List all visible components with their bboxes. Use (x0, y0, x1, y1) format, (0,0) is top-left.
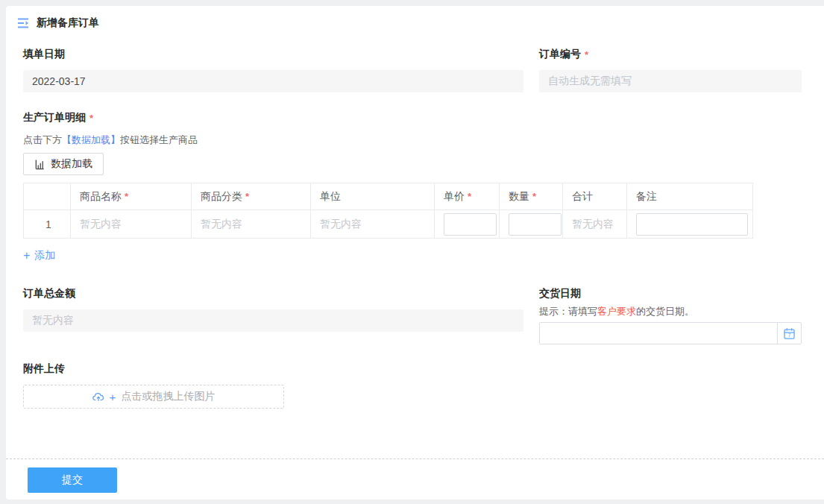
svg-text:7: 7 (788, 333, 791, 338)
data-load-hint-link[interactable]: 【数据加载】 (62, 134, 120, 145)
remark-input[interactable] (636, 213, 748, 236)
cell-category[interactable]: 暂无内容 (192, 210, 311, 239)
cell-total: 暂无内容 (563, 210, 627, 239)
col-index (24, 183, 71, 210)
delivery-date-field: 7 (539, 322, 802, 344)
order-no-field: 自动生成无需填写 (539, 70, 802, 92)
col-category: 商品分类* (192, 183, 311, 210)
plus-icon: + (110, 391, 116, 403)
order-no-label: 订单编号* (539, 48, 802, 61)
bar-chart-icon (34, 159, 45, 170)
row-date-orderno: 填单日期 2022-03-17 订单编号* 自动生成无需填写 (23, 48, 802, 92)
fill-date-label: 填单日期 (23, 48, 523, 61)
col-price: 单价* (435, 183, 500, 210)
cloud-upload-icon (92, 391, 104, 403)
footer-divider (6, 459, 824, 459)
upload-dropzone[interactable]: + 点击或拖拽上传图片 (23, 385, 284, 409)
col-qty: 数量* (500, 183, 563, 210)
delivery-label: 交货日期 (539, 287, 802, 300)
cell-remark (627, 210, 753, 239)
col-total: 合计 (563, 183, 627, 210)
detail-table: 商品名称* 商品分类* 单位 单价* 数量* 合计 备注 1 暂无内容 暂无内容 (23, 183, 753, 239)
calendar-button[interactable]: 7 (777, 323, 801, 344)
col-name: 商品名称* (71, 183, 192, 210)
qty-input[interactable] (509, 213, 562, 236)
delivery-hint-emphasis: 客户要求 (597, 306, 636, 317)
detail-label: 生产订单明细* (23, 111, 802, 125)
form-card: 新增备库订单 填单日期 2022-03-17 订单编号* 自动生成无需填写 生产… (6, 6, 824, 500)
total-field: 暂无内容 (23, 309, 523, 332)
fill-date-field: 2022-03-17 (23, 70, 523, 92)
upload-section: 附件上传 + 点击或拖拽上传图片 (23, 362, 802, 409)
page-header: 新增备库订单 (6, 6, 824, 30)
cell-price (435, 210, 500, 239)
cell-name[interactable]: 暂无内容 (71, 210, 192, 239)
plus-icon: + (23, 249, 30, 262)
cell-unit: 暂无内容 (311, 210, 435, 239)
delivery-hint: 提示：请填写客户要求的交货日期。 (539, 305, 802, 318)
total-label: 订单总金额 (23, 287, 523, 300)
upload-text: 点击或拖拽上传图片 (121, 390, 215, 403)
required-mark: * (89, 113, 93, 124)
menu-unfold-icon (16, 16, 30, 30)
col-remark: 备注 (627, 183, 753, 210)
row-index: 1 (24, 210, 71, 239)
calendar-icon: 7 (783, 327, 796, 340)
upload-label: 附件上传 (23, 362, 802, 376)
detail-hint: 点击下方【数据加载】按钮选择生产商品 (23, 133, 802, 147)
page-title: 新增备库订单 (37, 16, 99, 30)
table-header-row: 商品名称* 商品分类* 单位 单价* 数量* 合计 备注 (24, 183, 753, 210)
detail-section: 生产订单明细* 点击下方【数据加载】按钮选择生产商品 数据加载 (23, 111, 802, 262)
table-row: 1 暂无内容 暂无内容 暂无内容 暂无内容 (24, 210, 753, 239)
row-total-delivery: 订单总金额 暂无内容 交货日期 提示：请填写客户要求的交货日期。 7 (23, 287, 802, 344)
add-row-link[interactable]: + 添加 (23, 249, 55, 262)
required-mark: * (585, 49, 588, 60)
cell-qty (500, 210, 563, 239)
price-input[interactable] (444, 213, 497, 236)
delivery-date-input[interactable] (540, 323, 777, 344)
data-load-button[interactable]: 数据加载 (23, 153, 104, 175)
col-unit: 单位 (311, 183, 435, 210)
submit-button[interactable]: 提交 (28, 467, 117, 493)
